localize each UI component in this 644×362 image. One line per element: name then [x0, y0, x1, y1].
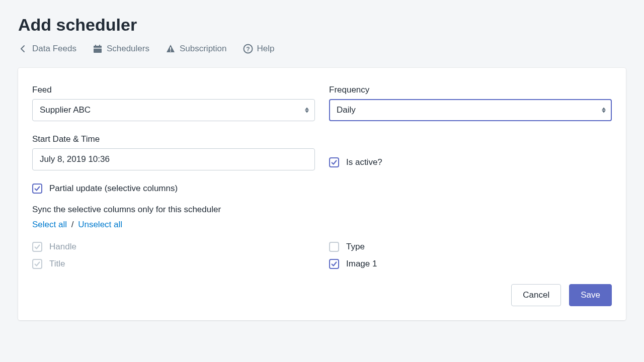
cancel-button[interactable]: Cancel: [511, 284, 561, 306]
svg-text:?: ?: [246, 46, 250, 53]
start-datetime-input[interactable]: July 8, 2019 10:36: [32, 148, 315, 170]
unselect-all-link[interactable]: Unselect all: [78, 220, 122, 229]
nav-subscription[interactable]: Subscription: [166, 44, 227, 54]
svg-rect-1: [94, 48, 102, 49]
svg-rect-5: [170, 51, 171, 52]
column-checkbox-handle[interactable]: Handle: [32, 242, 315, 252]
column-checkbox-image1[interactable]: Image 1: [329, 259, 612, 269]
checkbox-icon: [329, 259, 339, 269]
nav-help[interactable]: ? Help: [243, 44, 275, 54]
checkbox-icon: [329, 157, 339, 167]
checkbox-label: Partial update (selective columns): [49, 184, 178, 194]
sync-hint: Sync the selective columns only for this…: [32, 205, 612, 215]
select-all-link[interactable]: Select all: [32, 220, 67, 229]
feed-select[interactable]: Supplier ABC: [32, 99, 315, 121]
nav-label: Help: [257, 44, 275, 54]
checkbox-icon: [32, 242, 42, 252]
checkbox-label: Type: [346, 242, 365, 252]
warning-icon: [166, 44, 176, 54]
svg-rect-4: [170, 47, 171, 50]
checkbox-label: Handle: [49, 242, 76, 252]
checkbox-icon: [32, 259, 42, 269]
partial-update-checkbox-row[interactable]: Partial update (selective columns): [32, 184, 612, 194]
is-active-checkbox-row[interactable]: Is active?: [329, 157, 382, 167]
nav-data-feeds[interactable]: Data Feeds: [18, 44, 76, 54]
chevron-left-icon: [18, 44, 28, 54]
svg-rect-0: [94, 46, 102, 53]
calendar-icon: [93, 44, 103, 54]
form-card: Feed Supplier ABC Frequency Daily: [18, 68, 626, 320]
save-button[interactable]: Save: [569, 284, 612, 306]
help-icon: ?: [243, 44, 253, 54]
svg-rect-3: [99, 45, 100, 47]
feed-label: Feed: [32, 85, 315, 95]
column-checkbox-type[interactable]: Type: [329, 242, 612, 252]
frequency-select[interactable]: Daily: [329, 99, 612, 121]
svg-rect-2: [95, 45, 96, 47]
column-checkbox-title[interactable]: Title: [32, 259, 315, 269]
nav-label: Subscription: [180, 44, 227, 54]
link-separator: /: [71, 220, 74, 229]
nav-label: Data Feeds: [32, 44, 76, 54]
select-links: Select all / Unselect all: [32, 220, 612, 230]
checkbox-icon: [329, 242, 339, 252]
start-datetime-label: Start Date & Time: [32, 134, 315, 144]
checkbox-label: Is active?: [346, 157, 382, 167]
checkbox-icon: [32, 184, 42, 194]
nav-schedulers[interactable]: Schedulers: [93, 44, 149, 54]
page-title: Add scheduler: [18, 15, 626, 35]
frequency-label: Frequency: [329, 85, 612, 95]
nav-label: Schedulers: [107, 44, 149, 54]
checkbox-label: Title: [49, 259, 65, 269]
checkbox-label: Image 1: [346, 259, 377, 269]
secondary-nav: Data Feeds Schedulers Subscription ? Hel…: [18, 44, 626, 54]
